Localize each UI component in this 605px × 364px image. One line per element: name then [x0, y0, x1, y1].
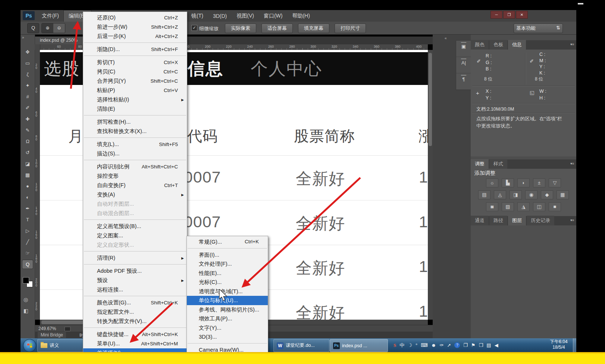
zoom-tool[interactable]: Q: [22, 260, 33, 269]
menu-menus[interactable]: 菜单(U)... Alt+Shift+Ctrl+M: [83, 339, 187, 348]
vertical-scrollbar[interactable]: [428, 50, 433, 320]
menu-filter-partial[interactable]: 镜(T): [186, 10, 208, 22]
taskbar-photoshop-button[interactable]: Ps index.psd ...: [330, 339, 388, 352]
threshold-icon[interactable]: ◮: [517, 202, 530, 211]
color-swatches[interactable]: [23, 277, 33, 288]
menu-paste-special[interactable]: 选择性粘贴(I) ▶: [83, 95, 187, 104]
tab-layers[interactable]: 图层: [508, 216, 526, 225]
fill-screen-button[interactable]: 填充屏幕: [298, 23, 329, 33]
actual-pixels-button[interactable]: 实际像素: [225, 23, 256, 33]
menu-undo[interactable]: 还原(O) Ctrl+Z: [83, 13, 187, 22]
menu-define-pattern[interactable]: 定义图案...: [83, 231, 187, 240]
prefs-guides-grid-slices[interactable]: 参考线、网格和切片(S)...: [187, 305, 268, 314]
path-selection-tool[interactable]: ▷: [22, 227, 33, 235]
help-icon[interactable]: ?: [454, 342, 460, 348]
zoom-tool-icon[interactable]: Q: [27, 23, 39, 33]
healing-brush-tool[interactable]: ✚: [22, 115, 33, 123]
action-center-icon[interactable]: ⚑: [471, 342, 476, 348]
workspace-switcher[interactable]: 基本功能 ⇅: [514, 23, 563, 33]
color-lookup-icon[interactable]: ▦: [557, 190, 569, 199]
menu-convert-to-profile[interactable]: 转换为配置文件(V)...: [83, 317, 187, 326]
menu-auto-align-layers[interactable]: 自动对齐图层...: [83, 199, 187, 209]
tab-history[interactable]: 历史记录: [527, 216, 554, 225]
hand-tool[interactable]: ☞: [22, 249, 33, 257]
user-icon[interactable]: ☻: [431, 342, 436, 348]
foreground-color-swatch[interactable]: [23, 277, 29, 284]
clone-stamp-tool[interactable]: Ω: [22, 137, 33, 146]
hue-saturation-icon[interactable]: ▤: [478, 190, 490, 199]
menu-transform[interactable]: 变换(A) ▶: [83, 190, 187, 199]
dodge-tool[interactable]: ◐: [22, 193, 33, 202]
taskbar-clock[interactable]: 下午6:04 18/5/4: [545, 339, 573, 351]
quick-selection-tool[interactable]: ✦: [22, 81, 33, 90]
crop-tool[interactable]: #: [22, 92, 33, 101]
menu-auto-blend-layers[interactable]: 自动混合图层...: [83, 209, 187, 218]
prefs-file-handling[interactable]: 文件处理(F)...: [187, 259, 268, 269]
menu-assign-profile[interactable]: 指定配置文件...: [83, 307, 187, 317]
scrubby-zoom-checkbox[interactable]: ✓: [191, 25, 197, 31]
expand-chevron-icon[interactable]: «: [445, 36, 447, 40]
menu-color-settings[interactable]: 颜色设置(G)... Shift+Ctrl+K: [83, 298, 187, 307]
prefs-3d[interactable]: 3D(3)...: [187, 332, 268, 342]
collapse-chevron-icon[interactable]: »: [22, 35, 24, 39]
start-button[interactable]: [23, 339, 36, 352]
invert-icon[interactable]: ◙: [486, 202, 498, 211]
tab-adjustments[interactable]: 调整: [471, 159, 489, 169]
tab-swatches[interactable]: 色板: [489, 40, 507, 50]
vibrance-icon[interactable]: ▽: [549, 178, 561, 187]
3d-material-panel-icon[interactable]: ▬▬▣: [456, 41, 471, 57]
prefs-units-rulers[interactable]: 单位与标尺(U)...: [187, 296, 268, 305]
marquee-tool[interactable]: ▭: [22, 59, 33, 67]
panel-menu-icon[interactable]: ▾≡: [570, 218, 574, 222]
character-panel-icon[interactable]: ▬▬A|: [456, 57, 471, 73]
zoom-level[interactable]: 249.67%: [38, 326, 56, 331]
menu-remote-connections[interactable]: 远程连接...: [83, 285, 187, 294]
brightness-contrast-icon[interactable]: ☼: [486, 178, 498, 187]
eraser-tool[interactable]: ◪: [22, 159, 33, 168]
tab-info[interactable]: 信息: [508, 40, 526, 50]
menu-puppet-warp[interactable]: 操控变形: [83, 171, 187, 181]
input-mode-icon[interactable]: ☽: [408, 342, 412, 348]
scrollbar-thumb[interactable]: [429, 53, 432, 146]
taskbar-word-button[interactable]: W 课堂纪要.do...: [273, 339, 329, 352]
menu-clear[interactable]: 清除(E): [83, 104, 187, 114]
menu-view[interactable]: 视图(V): [232, 10, 259, 22]
paragraph-panel-icon[interactable]: ▬▬¶: [456, 73, 471, 90]
brush-tool[interactable]: ✎: [22, 126, 33, 134]
speaker-icon[interactable]: ◀: [495, 342, 498, 348]
menu-adobe-pdf-presets[interactable]: Adobe PDF 预设...: [83, 266, 187, 276]
gradient-map-icon[interactable]: ◫: [533, 202, 545, 211]
history-brush-tool[interactable]: ↺: [22, 148, 33, 157]
menu-step-forward[interactable]: 前进一步(W) Shift+Ctrl+Z: [83, 22, 187, 32]
color-balance-icon[interactable]: ◬: [494, 190, 506, 199]
blur-tool[interactable]: ●: [22, 182, 33, 190]
document-tab[interactable]: index.psd @ 250%: [35, 37, 83, 44]
menu-file[interactable]: 文件(F): [37, 10, 64, 22]
zoom-in-button[interactable]: ⊕: [42, 23, 53, 33]
photo-filter-icon[interactable]: ◉: [525, 190, 537, 199]
curves-icon[interactable]: ◗: [517, 178, 530, 187]
clipboard-icon[interactable]: ▤: [486, 342, 491, 348]
share-icon[interactable]: ➚: [447, 342, 451, 348]
prefs-transparency-gamut[interactable]: 透明度与色域(T)...: [187, 287, 268, 296]
menu-copy[interactable]: 拷贝(C) Ctrl+C: [83, 67, 187, 76]
print-size-button[interactable]: 打印尺寸: [335, 23, 366, 33]
keyboard-icon[interactable]: ⌨: [421, 342, 428, 348]
prefs-general[interactable]: 常规(G)... Ctrl+K: [187, 237, 268, 247]
selective-color-icon[interactable]: ■: [549, 202, 561, 211]
prefs-cursors[interactable]: 光标(C)...: [187, 278, 268, 287]
prefs-type[interactable]: 文字(Y)...: [187, 323, 268, 333]
menu-fill[interactable]: 填充(L)... Shift+F5: [83, 140, 187, 149]
type-tool[interactable]: T: [22, 215, 33, 224]
restore-button[interactable]: ❐: [503, 11, 515, 19]
pen-tool[interactable]: ✒: [22, 204, 33, 213]
menu-stroke[interactable]: 描边(S)...: [83, 149, 187, 158]
black-white-icon[interactable]: ◨: [510, 190, 522, 199]
posterize-icon[interactable]: ▨: [502, 202, 514, 211]
tab-channels[interactable]: 通道: [471, 216, 489, 225]
prefs-performance[interactable]: 性能(E)...: [187, 269, 268, 278]
channel-mixer-icon[interactable]: ◆: [541, 190, 553, 199]
menu-paste[interactable]: 粘贴(P) Ctrl+V: [83, 86, 187, 95]
prefs-interface[interactable]: 界面(I)...: [187, 250, 268, 260]
input-language-icon[interactable]: 中: [399, 342, 404, 348]
